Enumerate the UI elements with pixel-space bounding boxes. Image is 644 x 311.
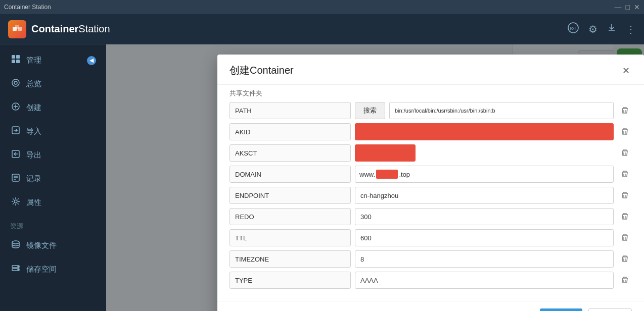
app-title-bar: Container Station bbox=[4, 4, 51, 11]
dialog-footer: 创建 取消 bbox=[217, 301, 644, 311]
header-icon-group: IoT ⚙ ⋮ bbox=[567, 22, 636, 36]
path-search-button[interactable]: 搜索 bbox=[355, 102, 385, 119]
env-delete-aksct[interactable] bbox=[618, 146, 632, 160]
import-label: 导入 bbox=[26, 127, 41, 136]
svg-point-21 bbox=[12, 241, 19, 244]
env-delete-akid[interactable] bbox=[618, 125, 632, 139]
env-value-timezone[interactable] bbox=[355, 250, 614, 268]
sidebar-item-manage[interactable]: 管理 ◀ bbox=[0, 48, 106, 72]
app-logo-text: ContainerStation bbox=[31, 23, 110, 35]
mirror-icon bbox=[10, 240, 21, 251]
env-delete-timezone[interactable] bbox=[618, 252, 632, 266]
overview-icon bbox=[10, 78, 21, 90]
app-body: 管理 ◀ 总览 bbox=[0, 44, 644, 311]
storage-label: 储存空间 bbox=[26, 265, 57, 274]
env-delete-endpoint[interactable] bbox=[618, 188, 632, 202]
env-key-ttl[interactable] bbox=[229, 229, 351, 246]
svg-point-9 bbox=[12, 79, 19, 86]
env-key-akid[interactable] bbox=[229, 123, 351, 140]
manage-icon bbox=[10, 55, 21, 66]
title-bar: Container Station — □ ✕ bbox=[0, 0, 644, 14]
env-delete-domain[interactable] bbox=[618, 167, 632, 181]
sidebar-item-properties[interactable]: 属性 bbox=[0, 191, 106, 215]
dialog-title: 创建Container bbox=[229, 64, 294, 77]
resources-section: 资源 bbox=[0, 215, 106, 234]
download-icon[interactable] bbox=[607, 23, 617, 35]
sidebar-item-mirror[interactable]: 镜像文件 bbox=[0, 234, 106, 257]
sidebar-item-logs[interactable]: 记录 bbox=[0, 167, 106, 191]
sidebar: 管理 ◀ 总览 bbox=[0, 44, 106, 311]
create-label: 创建 bbox=[26, 103, 41, 113]
logo-icon bbox=[8, 20, 26, 38]
sidebar-item-storage[interactable]: 储存空间 bbox=[0, 257, 106, 281]
env-key-redo[interactable] bbox=[229, 208, 351, 225]
env-delete-type[interactable] bbox=[618, 273, 632, 287]
env-key-path[interactable] bbox=[229, 102, 351, 119]
properties-label: 属性 bbox=[26, 198, 41, 208]
env-value-endpoint[interactable] bbox=[355, 187, 614, 204]
domain-suffix: .top bbox=[399, 171, 410, 178]
dialog-header: 创建Container ✕ bbox=[217, 55, 644, 85]
dialog-overlay: 创建Container ✕ 共享文件夹 搜索 bbox=[106, 44, 644, 311]
env-key-type[interactable] bbox=[229, 272, 351, 289]
manage-label: 管理 bbox=[26, 56, 41, 65]
dialog-close-button[interactable]: ✕ bbox=[620, 65, 632, 77]
env-row-ttl bbox=[229, 229, 632, 246]
settings-icon[interactable]: ⚙ bbox=[588, 23, 597, 35]
env-value-type[interactable] bbox=[355, 272, 614, 289]
mirror-label: 镜像文件 bbox=[26, 241, 57, 250]
env-key-endpoint[interactable] bbox=[229, 187, 351, 204]
app-logo: ContainerStation bbox=[8, 20, 110, 38]
env-delete-ttl[interactable] bbox=[618, 231, 632, 245]
env-value-redo[interactable] bbox=[355, 208, 614, 225]
dialog-cancel-button[interactable]: 取消 bbox=[588, 308, 632, 311]
export-icon bbox=[10, 149, 21, 161]
env-delete-redo[interactable] bbox=[618, 210, 632, 224]
env-value-path[interactable] bbox=[389, 102, 614, 119]
env-row-path: 搜索 bbox=[229, 102, 632, 119]
iot-icon[interactable]: IoT bbox=[567, 22, 579, 36]
env-row-timezone bbox=[229, 250, 632, 268]
svg-text:IoT: IoT bbox=[570, 26, 577, 31]
import-icon bbox=[10, 126, 21, 137]
env-value-ttl[interactable] bbox=[355, 229, 614, 246]
main-content: + 创建应用程序 latest 删除 创建 bbox=[106, 44, 644, 311]
more-icon[interactable]: ⋮ bbox=[626, 23, 636, 35]
svg-rect-7 bbox=[12, 60, 15, 63]
close-btn[interactable]: ✕ bbox=[634, 3, 640, 11]
sidebar-item-overview[interactable]: 总览 bbox=[0, 72, 106, 96]
app-container: ContainerStation IoT ⚙ ⋮ bbox=[0, 14, 644, 311]
svg-point-10 bbox=[14, 81, 17, 84]
minimize-btn[interactable]: — bbox=[615, 3, 622, 11]
logs-icon bbox=[10, 173, 21, 185]
env-key-aksct[interactable] bbox=[229, 144, 351, 162]
env-value-akid bbox=[355, 123, 614, 140]
storage-icon bbox=[10, 264, 21, 275]
svg-point-20 bbox=[14, 200, 17, 203]
env-key-domain[interactable] bbox=[229, 166, 351, 183]
svg-point-24 bbox=[18, 266, 19, 267]
app-header: ContainerStation IoT ⚙ ⋮ bbox=[0, 14, 644, 44]
env-delete-path[interactable] bbox=[618, 103, 632, 118]
dialog-create-button[interactable]: 创建 bbox=[540, 308, 582, 311]
export-label: 导出 bbox=[26, 150, 41, 160]
env-row-domain: www. .top bbox=[229, 166, 632, 183]
shared-files-label: 共享文件夹 bbox=[229, 89, 262, 98]
env-row-redo bbox=[229, 208, 632, 225]
svg-rect-2 bbox=[15, 25, 19, 29]
env-value-aksct bbox=[355, 144, 416, 162]
sidebar-item-export[interactable]: 导出 bbox=[0, 143, 106, 167]
env-row-akid bbox=[229, 123, 632, 140]
env-key-timezone[interactable] bbox=[229, 250, 351, 268]
domain-redacted bbox=[376, 170, 398, 179]
maximize-btn[interactable]: □ bbox=[626, 3, 630, 11]
sidebar-item-import[interactable]: 导入 bbox=[0, 120, 106, 143]
sidebar-item-create[interactable]: 创建 bbox=[0, 96, 106, 120]
dialog-body: 共享文件夹 搜索 bbox=[217, 85, 644, 301]
create-container-dialog: 创建Container ✕ 共享文件夹 搜索 bbox=[217, 55, 644, 311]
properties-icon bbox=[10, 197, 21, 209]
svg-rect-6 bbox=[16, 55, 20, 59]
logs-label: 记录 bbox=[26, 174, 41, 184]
window-controls: — □ ✕ bbox=[615, 3, 640, 11]
env-row-aksct bbox=[229, 144, 632, 162]
